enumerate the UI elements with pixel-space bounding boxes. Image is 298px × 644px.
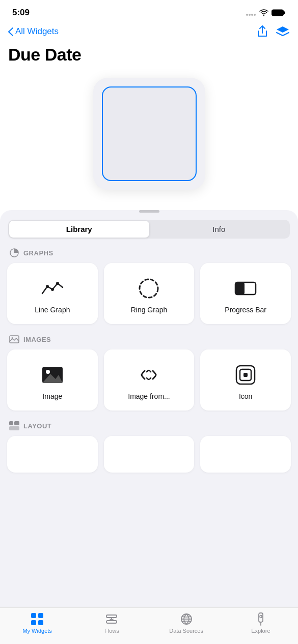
tab-data-sources-label: Data Sources xyxy=(169,628,203,634)
image-item[interactable]: Image xyxy=(7,349,98,411)
data-sources-icon xyxy=(179,612,194,626)
widget-preview-area xyxy=(0,73,298,205)
flows-icon xyxy=(104,612,119,626)
widget-preview-card xyxy=(93,78,205,190)
explore-icon xyxy=(254,612,268,626)
images-icon xyxy=(9,335,19,343)
layout-label: LAYOUT xyxy=(23,422,51,430)
sheet-handle xyxy=(139,210,159,213)
image-from-item[interactable]: Image from... xyxy=(104,349,195,411)
images-label: IMAGES xyxy=(23,336,51,343)
svg-rect-26 xyxy=(38,613,43,618)
my-widgets-icon xyxy=(30,612,44,626)
svg-point-2 xyxy=(251,14,253,16)
image-from-icon xyxy=(137,363,161,387)
ring-graph-item[interactable]: Ring Graph xyxy=(104,263,195,324)
layers-button[interactable] xyxy=(276,24,290,39)
progress-bar-item[interactable]: Progress Bar xyxy=(200,263,291,324)
layout-section-icon xyxy=(9,421,19,431)
svg-point-10 xyxy=(56,282,59,285)
status-time: 5:09 xyxy=(12,8,30,18)
svg-rect-21 xyxy=(243,373,248,377)
line-graph-icon xyxy=(40,276,65,301)
status-bar: 5:09 xyxy=(0,0,298,22)
nav-actions xyxy=(256,24,290,39)
pie-chart-icon xyxy=(10,248,19,257)
svg-rect-25 xyxy=(31,613,36,618)
tab-my-widgets-label: My Widgets xyxy=(22,628,51,634)
graphs-label: GRAPHS xyxy=(23,249,53,257)
icon-item[interactable]: Icon xyxy=(200,349,291,411)
share-icon xyxy=(256,25,268,38)
layout-partial xyxy=(0,436,298,534)
images-section-header: IMAGES xyxy=(0,334,298,349)
svg-rect-22 xyxy=(9,421,13,425)
back-button[interactable]: All Widgets xyxy=(8,26,59,37)
svg-rect-27 xyxy=(31,620,36,625)
images-section-icon xyxy=(9,334,19,344)
back-label: All Widgets xyxy=(15,26,59,37)
wifi-icon xyxy=(259,9,268,16)
icon-widget-icon xyxy=(233,363,258,387)
svg-rect-4 xyxy=(272,10,284,16)
images-grid: Image Image from... Icon xyxy=(0,349,298,421)
signal-icon xyxy=(246,10,256,16)
progress-bar-label: Progress Bar xyxy=(225,306,266,314)
image-icon xyxy=(40,363,65,387)
graphs-grid: Line Graph Ring Graph Progress Bar xyxy=(0,263,298,334)
tab-explore[interactable]: Explore xyxy=(243,612,279,634)
ring-graph-label: Ring Graph xyxy=(131,306,168,314)
svg-point-9 xyxy=(51,288,54,291)
icon-label: Icon xyxy=(239,392,252,400)
layout-item-3[interactable] xyxy=(200,436,291,473)
layout-row xyxy=(7,436,291,473)
image-from-label: Image from... xyxy=(128,392,170,400)
svg-point-11 xyxy=(140,279,158,298)
svg-point-3 xyxy=(254,14,256,16)
segment-library[interactable]: Library xyxy=(9,221,149,238)
svg-marker-6 xyxy=(277,26,289,33)
tab-bar: My Widgets Flows Data Sources xyxy=(0,607,298,644)
image-label: Image xyxy=(42,392,62,400)
tab-data-sources[interactable]: Data Sources xyxy=(169,612,204,634)
bottom-sheet: Library Info GRAPHS Line Graph xyxy=(0,210,298,607)
line-graph-item[interactable]: Line Graph xyxy=(7,263,98,324)
svg-point-8 xyxy=(46,285,49,288)
svg-point-17 xyxy=(46,370,50,374)
tab-my-widgets[interactable]: My Widgets xyxy=(19,612,55,634)
layout-section-header: LAYOUT xyxy=(0,421,298,436)
svg-rect-23 xyxy=(14,421,19,425)
layout-icon xyxy=(9,421,19,430)
svg-point-0 xyxy=(246,14,248,16)
svg-rect-13 xyxy=(235,282,245,295)
svg-rect-5 xyxy=(284,12,285,14)
share-button[interactable] xyxy=(256,25,268,38)
nav-bar: All Widgets xyxy=(0,22,298,43)
ring-graph-icon xyxy=(137,276,161,301)
layout-item-1[interactable] xyxy=(7,436,98,473)
segment-control: Library Info xyxy=(8,220,290,239)
svg-point-36 xyxy=(260,616,262,618)
tab-flows-label: Flows xyxy=(104,628,119,634)
tab-flows[interactable]: Flows xyxy=(94,612,129,634)
graphs-section-header: GRAPHS xyxy=(0,248,298,263)
line-graph-label: Line Graph xyxy=(35,306,70,314)
svg-rect-28 xyxy=(38,620,43,625)
svg-rect-24 xyxy=(9,426,19,430)
battery-icon xyxy=(272,9,286,16)
status-icons xyxy=(246,9,286,16)
chevron-left-icon xyxy=(8,27,13,36)
layout-item-2[interactable] xyxy=(104,436,195,473)
segment-info[interactable]: Info xyxy=(149,221,289,238)
progress-bar-icon xyxy=(233,276,258,301)
svg-rect-29 xyxy=(106,615,117,618)
tab-explore-label: Explore xyxy=(251,628,270,634)
widget-preview-inner xyxy=(102,86,197,181)
page-title: Due Date xyxy=(0,43,298,73)
graphs-section-icon xyxy=(9,248,19,258)
layers-icon xyxy=(276,24,290,39)
svg-point-1 xyxy=(249,14,251,16)
